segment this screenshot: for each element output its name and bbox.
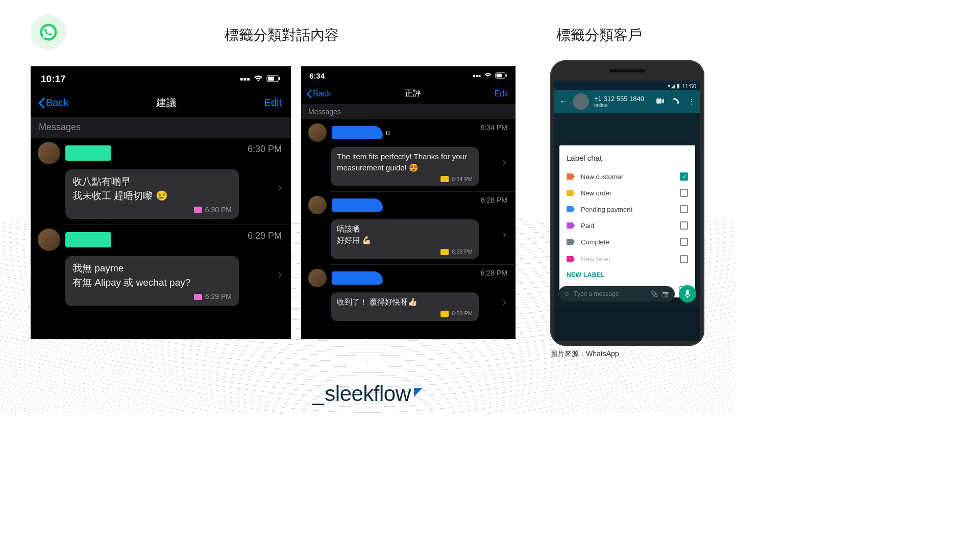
chat-time: 6:28 PM xyxy=(481,269,507,277)
phone3-screen: ▾◢ ▮ 11:50 ← +1 312 555 1840 online ⋮ La… xyxy=(554,81,700,341)
brand-text: sleekflow xyxy=(325,382,410,406)
chat-area: Label chat New customer ✓ New order Pend… xyxy=(554,113,700,307)
chevron-right-icon: › xyxy=(278,268,282,281)
bubble-time: 6:28 PM xyxy=(452,310,473,318)
label-tag-icon xyxy=(567,222,575,229)
message-bubble: The item fits perfectly! Thanks for your… xyxy=(331,147,479,186)
composer-placeholder: Type a message xyxy=(574,290,646,297)
phone2-screen: 6:34 ▪▪▪ Back 正評 Edit Messages u 6:34 PM… xyxy=(301,66,516,339)
message-bubble: 收到了！ 覆得好快呀👍🏻 6:28 PM xyxy=(331,292,479,321)
emoji-icon[interactable]: ☺ xyxy=(564,290,570,297)
video-call-icon[interactable] xyxy=(656,97,665,106)
contact-presence: online xyxy=(594,103,651,108)
dialog-title: Label chat xyxy=(567,154,688,162)
avatar xyxy=(308,269,327,287)
nav-title: 正評 xyxy=(405,88,421,99)
new-label-row[interactable]: New label xyxy=(567,250,688,268)
svg-rect-5 xyxy=(506,74,507,77)
chevron-left-icon xyxy=(306,89,312,98)
phone1-screen: 10:17 ▪▪▪ Back 建議 Edit Messages 6:30 PM … xyxy=(31,66,291,339)
voice-call-icon[interactable] xyxy=(673,97,680,106)
messages-section-header: Messages xyxy=(301,104,516,119)
message-line: 收到了！ 覆得好快呀👍🏻 xyxy=(337,296,473,308)
label-row[interactable]: Pending payment xyxy=(567,201,688,217)
composer-input[interactable]: ☺ Type a message 📎 📷 xyxy=(558,286,675,302)
label-name: New order xyxy=(581,189,611,197)
whatsapp-icon xyxy=(39,22,58,42)
checkbox[interactable] xyxy=(680,238,688,246)
battery-icon xyxy=(266,73,281,85)
label-tag-icon xyxy=(567,256,575,262)
label-tag-icon xyxy=(440,176,449,182)
bubble-time: 6:28 PM xyxy=(452,248,473,256)
contact-number[interactable]: +1 312 555 1840 xyxy=(594,95,651,103)
contact-name-redacted xyxy=(65,232,111,247)
checkbox[interactable] xyxy=(680,255,688,263)
checkbox[interactable] xyxy=(680,189,688,197)
message-bubble: 我無 payme有無 Alipay 或 wechat pay? 6:29 PM xyxy=(65,256,239,306)
chat-row[interactable]: 6:30 PM › 收八點有啲早我未收工 趕唔切嚟 😢 6:30 PM xyxy=(31,138,291,224)
label-tag-icon xyxy=(440,249,449,255)
bubble-time: 6:34 PM xyxy=(452,176,473,184)
message-bubble: 唔該晒好好用 💪🏻 6:28 PM xyxy=(331,219,479,259)
image-credit: 圖片來源：WhatsApp xyxy=(550,349,619,359)
label-chat-dialog: Label chat New customer ✓ New order Pend… xyxy=(559,145,695,297)
chat-row[interactable]: 6:29 PM › 我無 payme有無 Alipay 或 wechat pay… xyxy=(31,224,291,311)
status-bar: 6:34 ▪▪▪ xyxy=(301,66,516,84)
message-line: 好好用 💪🏻 xyxy=(337,235,473,246)
mic-button[interactable] xyxy=(679,285,696,303)
avatar xyxy=(38,142,60,164)
new-label-input[interactable]: New label xyxy=(581,254,674,264)
avatar xyxy=(38,229,60,251)
label-name: New customer xyxy=(581,173,623,181)
new-label-link[interactable]: NEW LABEL xyxy=(567,271,688,279)
heading-customer-labels: 標籤分類客戶 xyxy=(556,26,642,45)
phone-speaker xyxy=(609,69,645,72)
chat-row[interactable]: 6:28 PM › 收到了！ 覆得好快呀👍🏻 6:28 PM xyxy=(301,265,516,326)
bubble-time: 6:29 PM xyxy=(205,291,232,302)
nav-title: 建議 xyxy=(156,96,177,110)
back-button[interactable]: Back xyxy=(38,97,68,109)
attachment-icon[interactable]: 📎 xyxy=(650,290,658,297)
checkbox[interactable] xyxy=(680,205,688,213)
nav-bar: Back 正評 Edit xyxy=(301,84,516,104)
message-line: 唔該晒 xyxy=(337,223,473,235)
bubble-time: 6:30 PM xyxy=(205,205,232,215)
signal-icon: ▾◢ xyxy=(668,83,675,89)
back-arrow-icon[interactable]: ← xyxy=(559,97,568,106)
message-line: 我未收工 趕唔切嚟 😢 xyxy=(72,189,232,203)
android-status-bar: ▾◢ ▮ 11:50 xyxy=(554,81,700,90)
chevron-right-icon: › xyxy=(278,181,282,194)
avatar xyxy=(308,196,327,214)
chevron-left-icon xyxy=(38,97,45,109)
label-name: Paid xyxy=(581,222,594,230)
battery-icon: ▮ xyxy=(677,83,680,89)
label-row[interactable]: New customer ✓ xyxy=(567,168,688,185)
label-tag-icon xyxy=(567,190,575,196)
contact-name-redacted xyxy=(332,126,383,139)
edit-button[interactable]: Edit xyxy=(494,89,508,98)
label-row[interactable]: New order xyxy=(567,185,688,201)
edit-button[interactable]: Edit xyxy=(264,97,282,109)
more-icon[interactable]: ⋮ xyxy=(688,97,695,106)
label-tag-icon xyxy=(567,239,575,245)
messages-section-header: Messages xyxy=(31,117,291,138)
label-row[interactable]: Complete xyxy=(567,234,688,250)
nav-bar: Back 建議 Edit xyxy=(31,90,291,117)
chat-row[interactable]: 6:28 PM › 唔該晒好好用 💪🏻 6:28 PM xyxy=(301,192,516,264)
status-time: 10:17 xyxy=(41,73,66,85)
label-row[interactable]: Paid xyxy=(567,217,688,234)
chat-time: 6:30 PM xyxy=(248,144,282,155)
chevron-right-icon: › xyxy=(503,156,506,169)
camera-icon[interactable]: 📷 xyxy=(662,290,670,297)
svg-rect-3 xyxy=(268,77,274,81)
chevron-right-icon: › xyxy=(503,228,506,241)
avatar[interactable] xyxy=(573,93,589,110)
checkbox[interactable] xyxy=(680,221,688,230)
back-button[interactable]: Back xyxy=(306,89,331,98)
svg-rect-6 xyxy=(497,74,502,78)
chevron-right-icon: › xyxy=(503,295,506,309)
chat-row[interactable]: u 6:34 PM › The item fits perfectly! Tha… xyxy=(301,119,516,191)
checkbox[interactable]: ✓ xyxy=(680,172,688,181)
contact-name-redacted xyxy=(332,271,383,285)
